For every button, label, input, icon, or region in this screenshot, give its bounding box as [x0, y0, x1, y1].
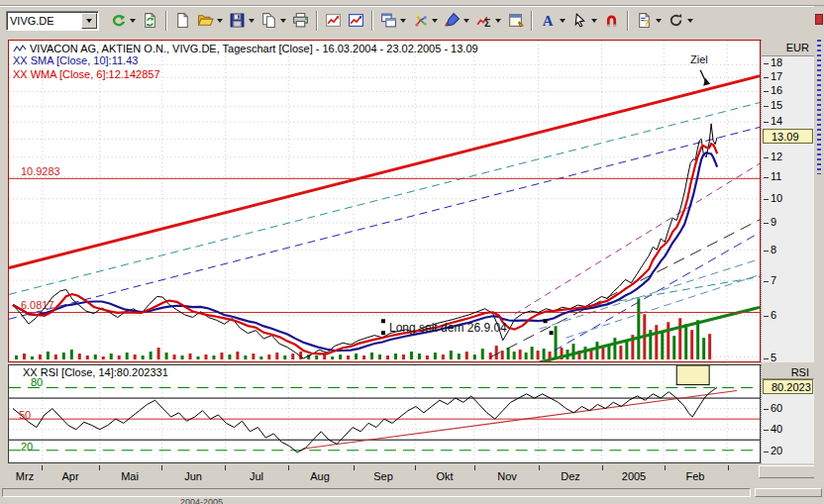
- volume-bar: [501, 351, 504, 359]
- volume-bar: [489, 353, 492, 359]
- scrollbar-thumb[interactable]: [755, 488, 822, 497]
- month-label: Feb: [686, 470, 705, 482]
- symbol-combobox[interactable]: VIVG.DE: [6, 11, 99, 31]
- annotation-long-note[interactable]: Long seit dem 26.9.04: [389, 321, 507, 335]
- new-button[interactable]: [171, 9, 194, 33]
- axis-tick-mark: [764, 77, 769, 78]
- reload-chart-button[interactable]: [139, 9, 161, 33]
- volume-bar: [537, 351, 540, 359]
- axis-tick-mark: [764, 91, 769, 92]
- volume-bar: [613, 338, 616, 359]
- magnet-tool-button[interactable]: [600, 9, 623, 33]
- combo-dropdown-button[interactable]: [81, 13, 97, 29]
- printer-icon: [292, 12, 309, 29]
- time-tick-mark: [354, 465, 355, 470]
- rsi-level-label: 50: [19, 409, 31, 421]
- volume-bar: [572, 344, 575, 359]
- rsi-axis[interactable]: RSI 604020 80.2023: [761, 364, 814, 463]
- status-bar: 2004-2005: [0, 487, 824, 504]
- svg-text:A: A: [543, 13, 554, 29]
- volume-bar: [236, 352, 239, 359]
- windows-button[interactable]: [377, 9, 409, 33]
- toolbar-separator: [316, 11, 318, 31]
- rsi-tick-label: 40: [771, 423, 782, 435]
- volume-bar: [110, 353, 113, 359]
- time-tick-mark: [161, 465, 162, 470]
- rsi-panel[interactable]: XX RSI [Close, 14]:80.202331 805020: [8, 364, 761, 463]
- eur-tick-label: 11: [771, 170, 781, 182]
- red-app-icon[interactable]: [815, 14, 823, 25]
- volume-bar: [315, 355, 318, 359]
- volume-bar: [86, 355, 89, 359]
- volume-bar: [386, 355, 389, 359]
- volume-bar: [291, 353, 294, 359]
- eur-tick-label: 18: [771, 56, 782, 68]
- volume-bar: [150, 352, 153, 359]
- price-chart-panel[interactable]: 10.92836.0817 VIVACON AG, AKTIEN O.N., V…: [8, 40, 761, 362]
- volume-bar: [702, 338, 705, 359]
- volume-bar: [134, 354, 137, 359]
- pointer-tool-button[interactable]: [568, 9, 600, 33]
- new-page-icon: [174, 12, 191, 29]
- rsi-line: [13, 387, 717, 453]
- last-price-badge: 13.09: [763, 129, 813, 144]
- annotation-ziel[interactable]: Ziel: [690, 53, 708, 65]
- toolbar-buttons: ΣA?: [107, 9, 696, 33]
- eur-tick-label: 8: [771, 244, 776, 255]
- sigma-chart-icon: Σ: [475, 12, 492, 29]
- channel-teal-dashed: [9, 103, 760, 295]
- axis-tick-mark: [764, 430, 769, 431]
- dropdown-arrow-icon: [217, 19, 223, 23]
- properties-button[interactable]: [504, 9, 527, 33]
- time-axis[interactable]: MrzAprMaiJunJulAugSepOktNovDez2005Feb: [8, 465, 761, 485]
- volume-bar: [418, 353, 421, 359]
- save-button[interactable]: [226, 9, 258, 33]
- month-label: Nov: [497, 470, 517, 482]
- volume-bar: [708, 334, 711, 359]
- rsi-level-label: 20: [21, 441, 33, 453]
- footer-copyright: 2004-2005: [180, 497, 497, 504]
- upper-channel-line: [9, 76, 760, 268]
- symbol-value: VIVG.DE: [7, 15, 81, 27]
- rsi-chart-canvas[interactable]: [9, 365, 760, 462]
- toolbar: VIVG.DE ΣA?: [0, 7, 824, 34]
- volume-bar: [54, 354, 57, 359]
- toolbar-separator: [627, 11, 629, 31]
- volume-bar: [473, 354, 476, 359]
- axis-tick-mark: [764, 452, 769, 453]
- dropdown-arrow-icon: [280, 19, 286, 23]
- volume-bar: [450, 351, 453, 359]
- print-button[interactable]: [289, 9, 312, 33]
- axis-tick-mark: [764, 281, 769, 282]
- time-tick-mark: [665, 465, 666, 470]
- chart-red-button[interactable]: [322, 9, 345, 33]
- rsi-tick-label: 20: [771, 445, 782, 456]
- volume-bar: [228, 354, 231, 359]
- reset-view-button[interactable]: [665, 9, 696, 33]
- indicators-button[interactable]: Σ: [472, 9, 504, 33]
- text-tool-button[interactable]: A: [537, 9, 568, 33]
- chart-blue-button[interactable]: [345, 9, 367, 33]
- chart-line-icon: [13, 44, 27, 53]
- properties-sheet-icon: [507, 12, 524, 29]
- time-tick-mark: [99, 465, 100, 470]
- back-button[interactable]: [107, 9, 139, 33]
- month-label: Aug: [310, 470, 330, 482]
- price-axis[interactable]: EUR 181716151412111098765 13.09: [761, 40, 814, 362]
- dropdown-arrow-icon: [656, 19, 662, 23]
- annotation-handle: [381, 331, 385, 335]
- draw-tools-button[interactable]: [441, 9, 472, 33]
- price-chart-canvas[interactable]: 10.92836.0817: [9, 41, 760, 361]
- axis-tick-mark: [764, 251, 769, 252]
- month-label: Apr: [61, 470, 78, 482]
- notes-button[interactable]: ?: [633, 9, 665, 33]
- open-button[interactable]: [194, 9, 226, 33]
- chart-blue-arrow-icon: [348, 12, 364, 29]
- volume-bar: [434, 353, 437, 359]
- cursor-arrow-icon: [571, 12, 588, 29]
- volume-bar: [690, 330, 693, 359]
- axis-tick-mark: [764, 177, 769, 178]
- copy-button[interactable]: [258, 9, 289, 33]
- chart-type-button[interactable]: [409, 9, 441, 33]
- volume-bar: [543, 349, 546, 359]
